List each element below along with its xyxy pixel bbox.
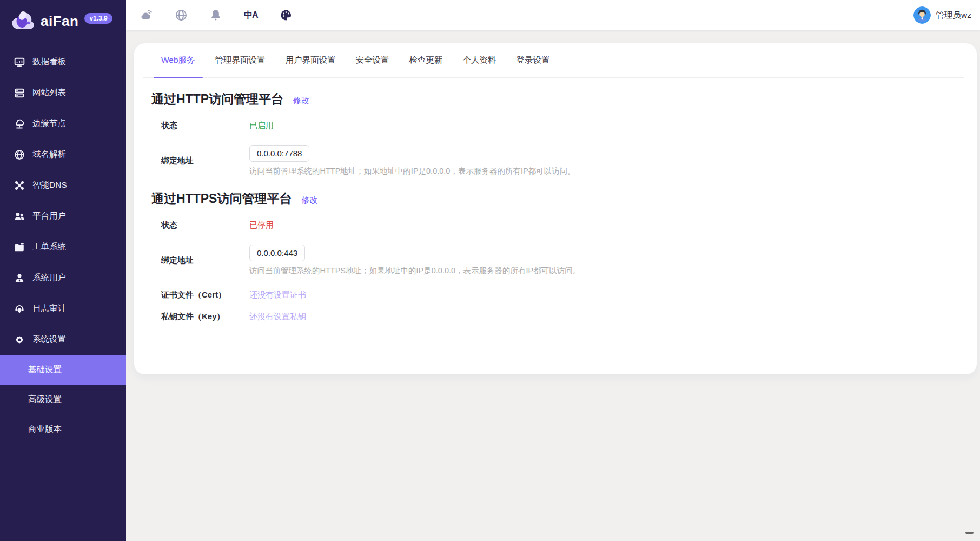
platform-users-icon	[14, 211, 25, 222]
https-status-row: 状态 已停用	[161, 220, 964, 230]
settings-card: Web服务 管理界面设置 用户界面设置 安全设置 检查更新 个人资料 登录设置 …	[134, 43, 977, 374]
main-area: 中A	[126, 0, 980, 541]
sidebar-item-log-audit[interactable]: 日志审计	[0, 293, 126, 324]
sidebar-menu: 数据看板 网站列表 边缘节点	[0, 47, 126, 444]
sidebar-subitem-advanced-settings[interactable]: 高级设置	[0, 385, 126, 414]
app-logo-icon	[11, 9, 36, 34]
tab-admin-ui-settings[interactable]: 管理界面设置	[208, 43, 273, 77]
https-bind-address-desc: 访问当前管理系统的HTTPS地址；如果地址中的IP是0.0.0.0，表示服务器的…	[249, 266, 580, 276]
sidebar-item-label: 域名解析	[32, 149, 66, 160]
tab-login-settings[interactable]: 登录设置	[509, 43, 558, 77]
domain-dns-icon	[14, 149, 25, 160]
version-badge: v1.3.9	[84, 13, 112, 24]
https-bind-address-value[interactable]: 0.0.0.0:443	[249, 245, 305, 261]
http-bind-address-value[interactable]: 0.0.0.0:7788	[249, 145, 309, 162]
settings-tabs: Web服务 管理界面设置 用户界面设置 安全设置 检查更新 个人资料 登录设置	[143, 43, 964, 78]
sidebar-subitem-label: 商业版本	[28, 424, 62, 435]
sidebar-item-smart-dns[interactable]: 智能DNS	[0, 170, 126, 201]
sidebar-item-ticket-system[interactable]: 工单系统	[0, 232, 126, 262]
sidebar-item-label: 数据看板	[32, 56, 66, 68]
user-name: 管理员wz	[936, 10, 971, 21]
http-bind-address-block: 0.0.0.0:7788 访问当前管理系统的HTTP地址；如果地址中的IP是0.…	[249, 145, 575, 176]
https-section-form: 状态 已停用 绑定地址 0.0.0.0:443 访问当前管理系统的HTTPS地址…	[161, 220, 964, 322]
sidebar-item-label: 工单系统	[32, 241, 66, 253]
ticket-system-icon	[14, 242, 25, 253]
globe-icon[interactable]	[175, 9, 188, 22]
key-file-set-link[interactable]: 还没有设置私钥	[249, 312, 306, 322]
sidebar-subitem-basic-settings[interactable]: 基础设置	[0, 355, 126, 385]
site-list-icon	[14, 88, 25, 98]
https-status-value: 已停用	[249, 220, 274, 230]
system-settings-icon	[14, 334, 25, 345]
sidebar-item-label: 边缘节点	[32, 118, 66, 129]
app-logo[interactable]: aiFan v1.3.9	[0, 0, 126, 39]
tab-web-service[interactable]: Web服务	[154, 43, 203, 77]
translate-icon-label: 中A	[244, 10, 258, 21]
smart-dns-icon	[14, 180, 25, 191]
cloud-status-icon[interactable]	[140, 9, 153, 22]
horizontal-scrollbar-thumb[interactable]	[965, 532, 974, 534]
https-edit-link[interactable]: 修改	[301, 195, 317, 206]
key-file-label: 私钥文件（Key）	[161, 312, 249, 322]
tab-user-ui-settings[interactable]: 用户界面设置	[278, 43, 343, 77]
content-area: Web服务 管理界面设置 用户界面设置 安全设置 检查更新 个人资料 登录设置 …	[126, 30, 980, 541]
tab-security-settings[interactable]: 安全设置	[348, 43, 397, 77]
https-section-title: 通过HTTPS访问管理平台	[151, 190, 292, 207]
sidebar-subitem-commercial-edition[interactable]: 商业版本	[0, 414, 126, 444]
bell-icon[interactable]	[209, 9, 222, 22]
http-bind-address-desc: 访问当前管理系统的HTTP地址；如果地址中的IP是0.0.0.0，表示服务器的所…	[249, 166, 575, 176]
tab-profile[interactable]: 个人资料	[455, 43, 504, 77]
sidebar-item-label: 平台用户	[32, 210, 66, 222]
dashboard-icon	[14, 57, 25, 68]
cert-file-row: 证书文件（Cert） 还没有设置证书	[161, 290, 964, 300]
palette-icon[interactable]	[280, 9, 293, 22]
bind-address-label: 绑定地址	[161, 156, 249, 166]
bind-address-label: 绑定地址	[161, 255, 249, 266]
http-section-form: 状态 已启用 绑定地址 0.0.0.0:7788 访问当前管理系统的HTTP地址…	[161, 121, 964, 176]
http-section-title: 通过HTTP访问管理平台	[151, 91, 283, 108]
translate-icon[interactable]: 中A	[244, 10, 258, 21]
topbar-icons: 中A	[140, 9, 293, 22]
log-audit-icon	[14, 304, 25, 314]
sidebar-item-site-list[interactable]: 网站列表	[0, 77, 126, 108]
edge-node-icon	[14, 118, 25, 129]
https-bind-address-row: 绑定地址 0.0.0.0:443 访问当前管理系统的HTTPS地址；如果地址中的…	[161, 245, 964, 276]
sidebar-item-label: 系统用户	[32, 272, 66, 283]
user-menu[interactable]: 管理员wz	[913, 6, 971, 24]
user-avatar	[913, 6, 931, 24]
http-bind-address-row: 绑定地址 0.0.0.0:7788 访问当前管理系统的HTTP地址；如果地址中的…	[161, 145, 964, 176]
http-status-value: 已启用	[249, 121, 274, 131]
status-label: 状态	[161, 220, 249, 230]
sidebar-item-domain-dns[interactable]: 域名解析	[0, 139, 126, 170]
sidebar-item-label: 日志审计	[32, 303, 66, 314]
sidebar-item-label: 智能DNS	[32, 180, 67, 191]
http-section-header: 通过HTTP访问管理平台 修改	[151, 91, 964, 108]
tab-check-updates[interactable]: 检查更新	[402, 43, 451, 77]
app-name: aiFan	[41, 13, 78, 30]
sidebar-item-edge-node[interactable]: 边缘节点	[0, 108, 126, 139]
sidebar: aiFan v1.3.9 数据看板 网站列表	[0, 0, 126, 541]
http-edit-link[interactable]: 修改	[293, 96, 309, 106]
cert-file-label: 证书文件（Cert）	[161, 290, 249, 300]
sidebar-item-label: 系统设置	[32, 334, 66, 345]
topbar: 中A	[126, 0, 980, 30]
sidebar-item-label: 网站列表	[32, 87, 66, 98]
sidebar-item-dashboard[interactable]: 数据看板	[0, 47, 126, 77]
status-label: 状态	[161, 121, 249, 131]
http-status-row: 状态 已启用	[161, 121, 964, 131]
sidebar-item-platform-users[interactable]: 平台用户	[0, 201, 126, 232]
sidebar-subitem-label: 高级设置	[28, 394, 62, 405]
sidebar-subitem-label: 基础设置	[28, 364, 62, 375]
sidebar-item-system-settings[interactable]: 系统设置	[0, 324, 126, 355]
cert-file-set-link[interactable]: 还没有设置证书	[249, 290, 306, 300]
key-file-row: 私钥文件（Key） 还没有设置私钥	[161, 312, 964, 322]
sidebar-item-system-users[interactable]: 系统用户	[0, 262, 126, 293]
system-users-icon	[14, 273, 25, 283]
https-bind-address-block: 0.0.0.0:443 访问当前管理系统的HTTPS地址；如果地址中的IP是0.…	[249, 245, 580, 276]
https-section-header: 通过HTTPS访问管理平台 修改	[151, 190, 964, 207]
